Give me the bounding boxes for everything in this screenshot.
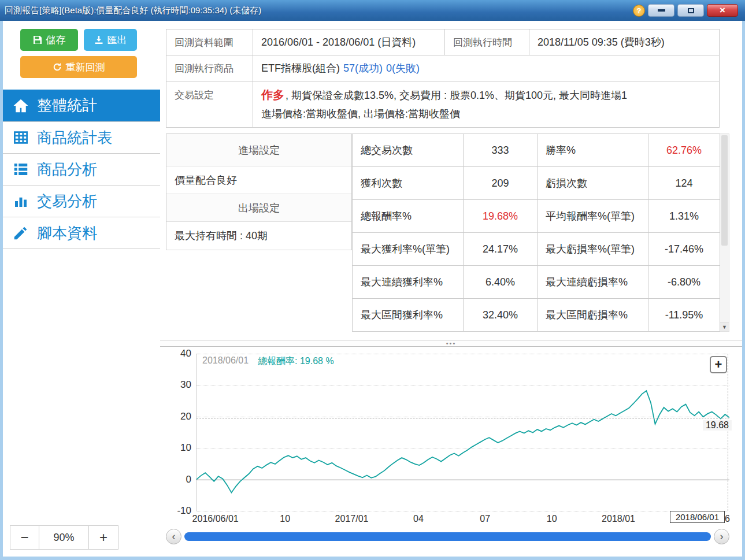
panel-resize-handle[interactable]: ••• bbox=[160, 340, 742, 347]
stats-scroll-down-button[interactable]: ▼ bbox=[720, 322, 729, 331]
save-button-label: 儲存 bbox=[46, 34, 66, 47]
stat-value: -6.80% bbox=[648, 266, 720, 299]
stat-label: 獲利次數 bbox=[353, 167, 464, 200]
trade-settings-line1: 作多, 期貨保證金成數13.5%, 交易費用 : 股票0.1%、期貨100元, … bbox=[261, 85, 627, 105]
exec-time-value: 2018/11/05 09:35 (費時3秒) bbox=[529, 29, 720, 55]
x-axis-label: 2017/01 bbox=[335, 514, 369, 524]
x-axis-label: 2018/01 bbox=[602, 514, 635, 524]
zoom-in-button[interactable]: + bbox=[89, 526, 118, 549]
window-title: 回測報告[策略](Beta版):價量配合良好 (執行時間:09:35:34) (… bbox=[5, 5, 633, 16]
stat-label: 平均報酬率%(單筆) bbox=[538, 200, 648, 233]
y-axis-label: 20 bbox=[180, 411, 191, 422]
minimize-button[interactable] bbox=[648, 4, 674, 17]
window-controls: ? × bbox=[633, 4, 738, 17]
sidebar-nav: 整體統計 商品統計表 商品分析 交易分析 腳本資料 bbox=[3, 90, 160, 249]
sidebar-item-trade-analysis[interactable]: 交易分析 bbox=[3, 185, 160, 217]
rerun-backtest-button[interactable]: 重新回測 bbox=[20, 56, 137, 78]
stat-label: 最大區間虧損率% bbox=[538, 299, 648, 332]
chart-y-axis: 403020100-10 bbox=[166, 354, 196, 511]
x-axis-label: 07 bbox=[480, 514, 490, 524]
stats-scrollbar-thumb[interactable] bbox=[721, 135, 728, 246]
legend-date: 2018/06/01 bbox=[202, 355, 249, 368]
export-button-label: 匯出 bbox=[108, 34, 127, 47]
stat-value: 62.76% bbox=[648, 134, 720, 167]
product-success-link[interactable]: 57(成功) bbox=[343, 61, 383, 75]
stat-label: 最大獲利率%(單筆) bbox=[353, 233, 464, 266]
product-label: 回測執行商品 bbox=[166, 55, 253, 81]
scrollbar-thumb[interactable] bbox=[184, 532, 711, 541]
x-axis-label: 10 bbox=[547, 514, 557, 524]
save-icon bbox=[33, 35, 42, 44]
product-value: ETF指標股(組合) 57(成功) 0(失敗) bbox=[253, 55, 720, 81]
sidebar-item-label: 交易分析 bbox=[37, 191, 97, 212]
list-icon bbox=[12, 161, 29, 178]
chart-date-tooltip: 2018/06/01 bbox=[670, 511, 725, 523]
sidebar-actions: 儲存 匯出 重新回測 bbox=[3, 21, 160, 78]
direction-value: 作多 bbox=[261, 88, 284, 101]
sidebar-item-label: 商品分析 bbox=[37, 160, 97, 180]
y-axis-label: 10 bbox=[180, 442, 191, 454]
stat-label: 最大連續獲利率% bbox=[353, 266, 464, 299]
app-window: 回測報告[策略](Beta版):價量配合良好 (執行時間:09:35:34) (… bbox=[0, 0, 745, 560]
save-button[interactable]: 儲存 bbox=[20, 29, 78, 51]
stat-label: 最大區間獲利率% bbox=[353, 299, 464, 332]
y-axis-label: 40 bbox=[180, 348, 191, 359]
chart-horizontal-scrollbar: ‹ › bbox=[166, 529, 729, 544]
sidebar-item-label: 腳本資料 bbox=[37, 223, 97, 243]
ui-zoom-control: − 90% + bbox=[10, 525, 118, 550]
stat-value: 124 bbox=[648, 167, 720, 200]
help-button[interactable]: ? bbox=[633, 5, 645, 17]
trade-settings-line2: 進場價格:當期收盤價, 出場價格:當期收盤價 bbox=[261, 105, 460, 124]
stat-value: 19.68% bbox=[464, 200, 538, 233]
stat-value: 32.40% bbox=[464, 299, 538, 332]
sidebar-item-overall-stats[interactable]: 整體統計 bbox=[3, 90, 160, 121]
table-icon bbox=[12, 129, 29, 146]
y-axis-label: 0 bbox=[186, 474, 191, 485]
sidebar-item-product-analysis[interactable]: 商品分析 bbox=[3, 153, 160, 185]
bar-chart-icon bbox=[12, 192, 29, 210]
crosshair-vertical bbox=[728, 354, 728, 511]
pencil-icon bbox=[12, 224, 29, 242]
sidebar-item-product-stats-table[interactable]: 商品統計表 bbox=[3, 121, 160, 153]
stat-label: 總報酬率% bbox=[353, 200, 464, 233]
trade-settings-label: 交易設定 bbox=[166, 81, 253, 128]
chart-section: 403020100-10 2018/06/01 總報酬率: 19.68 % + … bbox=[166, 347, 729, 557]
chart-plot-area[interactable]: 2018/06/01 總報酬率: 19.68 % + 19.68 bbox=[196, 354, 729, 511]
export-button[interactable]: 匯出 bbox=[84, 29, 137, 51]
chart-zoom-in-button[interactable]: + bbox=[710, 356, 727, 373]
stat-value: -17.46% bbox=[648, 233, 720, 266]
stats-scrollbar[interactable]: ▼ bbox=[720, 133, 729, 332]
chart-wrap: 403020100-10 2018/06/01 總報酬率: 19.68 % + … bbox=[166, 354, 729, 511]
backtest-info-table: 回測資料範圍 2016/06/01 - 2018/06/01 (日資料) 回測執… bbox=[166, 29, 720, 128]
conditions-panel: 進場設定 價量配合良好 出場設定 最大持有時間 : 40期 bbox=[166, 133, 352, 250]
stat-label: 最大連續虧損率% bbox=[538, 266, 648, 299]
home-icon bbox=[12, 97, 29, 114]
entry-settings-header: 進場設定 bbox=[166, 134, 351, 166]
entry-settings-value: 價量配合良好 bbox=[166, 166, 351, 194]
exec-time-label: 回測執行時間 bbox=[445, 29, 529, 55]
window-content: 儲存 匯出 重新回測 整體統計 bbox=[3, 21, 742, 557]
chart-end-value-label: 19.68 bbox=[703, 420, 732, 431]
sidebar-item-label: 整體統計 bbox=[37, 95, 97, 116]
scroll-right-button[interactable]: › bbox=[714, 529, 729, 544]
sidebar-item-script-data[interactable]: 腳本資料 bbox=[3, 217, 160, 249]
stat-label: 最大虧損率%(單筆) bbox=[538, 233, 648, 266]
settings-rest: , 期貨保證金成數13.5%, 交易費用 : 股票0.1%、期貨100元, 最大… bbox=[286, 90, 627, 101]
product-fail-link[interactable]: 0(失敗) bbox=[386, 61, 420, 75]
close-button[interactable]: × bbox=[707, 4, 738, 17]
crosshair-horizontal bbox=[197, 418, 729, 418]
range-label: 回測資料範圍 bbox=[166, 29, 253, 55]
scrollbar-track[interactable] bbox=[184, 532, 711, 541]
zoom-out-button[interactable]: − bbox=[10, 526, 39, 549]
stat-label: 虧損次數 bbox=[538, 167, 648, 200]
return-line-series bbox=[197, 354, 729, 511]
refresh-icon bbox=[53, 62, 62, 72]
chart-legend: 2018/06/01 總報酬率: 19.68 % bbox=[200, 355, 336, 368]
restore-icon bbox=[688, 8, 694, 13]
product-name: ETF指標股(組合) bbox=[261, 61, 340, 75]
scroll-left-button[interactable]: ‹ bbox=[166, 529, 181, 544]
stat-value: 6.40% bbox=[464, 266, 538, 299]
stat-value: -11.95% bbox=[648, 299, 720, 332]
restore-button[interactable] bbox=[677, 4, 704, 17]
stat-value: 1.31% bbox=[648, 200, 720, 233]
